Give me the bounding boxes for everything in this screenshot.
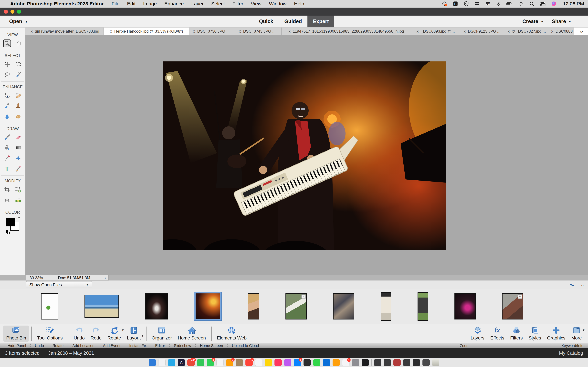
- mode-tab[interactable]: Quick: [253, 16, 279, 27]
- create-button[interactable]: Create ▾: [522, 18, 543, 25]
- dock-app-icon[interactable]: [284, 359, 291, 366]
- menu-bar-clock[interactable]: 12:06 PM: [563, 1, 584, 7]
- dock-app-icon[interactable]: A: [178, 359, 185, 366]
- sponge-tool[interactable]: [14, 113, 22, 120]
- dock-app-icon[interactable]: 1: [342, 359, 349, 366]
- dock-app-icon[interactable]: [323, 359, 330, 366]
- pencil-tool[interactable]: [14, 165, 22, 173]
- photo-bin-thumbnail[interactable]: [333, 293, 354, 319]
- photo-bin-thumbnail[interactable]: [248, 293, 259, 319]
- show-open-files-dropdown[interactable]: Show Open Files ▼: [26, 281, 92, 288]
- dock-app-icon[interactable]: [265, 359, 272, 366]
- dock-app-icon[interactable]: [313, 359, 320, 366]
- gradient-tool[interactable]: [14, 144, 22, 152]
- traffic-light-close-button[interactable]: [4, 10, 8, 14]
- traffic-light-minimize-button[interactable]: [10, 10, 14, 14]
- menu-item[interactable]: File: [112, 1, 120, 7]
- dock-app-icon[interactable]: [333, 359, 340, 366]
- menu-item[interactable]: Select: [211, 1, 225, 7]
- app-menu-title[interactable]: Adobe Photoshop Elements 2023 Editor: [10, 1, 104, 7]
- rectangular-marquee-tool[interactable]: [14, 60, 22, 68]
- dock-app-icon[interactable]: [352, 359, 359, 366]
- clone-stamp-tool[interactable]: [14, 102, 22, 110]
- organizer-bar-item[interactable]: Hide Panel: [3, 343, 30, 348]
- elements-web-button[interactable]: Elements Web: [214, 325, 250, 342]
- zoom-level-field[interactable]: 33.33%: [26, 275, 46, 281]
- window-switcher-icon[interactable]: ⌘: [485, 1, 491, 6]
- stack-icon[interactable]: [475, 1, 480, 6]
- swap-colors-icon[interactable]: [16, 217, 20, 222]
- organizer-button[interactable]: Organizer: [149, 325, 175, 342]
- menu-item[interactable]: View: [251, 1, 261, 7]
- document-tab[interactable]: x _DSC0393.jpg @...: [411, 27, 460, 35]
- spotlight-search-icon[interactable]: [529, 1, 535, 6]
- shield-icon[interactable]: [464, 1, 469, 6]
- styles-button[interactable]: Styles: [526, 325, 544, 342]
- document-tab[interactable]: x girl runway move after_DSC5783.jpg: [26, 27, 104, 35]
- more-button[interactable]: ▼ More: [568, 325, 585, 342]
- collapse-bin-icon[interactable]: ⌄: [581, 282, 584, 288]
- backblaze-icon[interactable]: B: [453, 1, 458, 6]
- document-tab[interactable]: x DSC0888: [550, 27, 574, 35]
- eyedropper-tool[interactable]: [3, 154, 11, 162]
- dock-app-icon[interactable]: [403, 359, 410, 366]
- menu-item[interactable]: Filter: [232, 1, 243, 7]
- organizer-bar-item[interactable]: Rotate: [48, 343, 68, 348]
- document-tab[interactable]: x 11947517_10153199006315983_22802930338…: [282, 27, 411, 35]
- menu-item[interactable]: Edit: [127, 1, 136, 7]
- status-chevron-button[interactable]: ›: [102, 275, 109, 281]
- menu-item[interactable]: Help: [294, 1, 304, 7]
- dock-app-icon[interactable]: [393, 359, 401, 366]
- spot-healing-brush-tool[interactable]: [14, 92, 22, 100]
- crop-tool[interactable]: [3, 186, 11, 193]
- dock-app-icon[interactable]: 5: [294, 359, 301, 366]
- close-tab-icon[interactable]: x: [416, 29, 418, 33]
- dock-app-icon[interactable]: [158, 359, 165, 366]
- dock-app-icon[interactable]: [255, 359, 262, 366]
- dock-app-icon[interactable]: 1: [245, 359, 253, 366]
- home-screen-button[interactable]: Home Screen: [175, 325, 209, 342]
- editor-canvas[interactable]: [26, 35, 588, 275]
- zoom-tool[interactable]: [3, 40, 11, 47]
- brush-tool[interactable]: [3, 133, 11, 141]
- mode-tab[interactable]: Guided: [279, 16, 307, 27]
- dock-app-icon[interactable]: [216, 359, 224, 366]
- bin-menu-icon[interactable]: ▾≡: [570, 282, 574, 287]
- lasso-tool[interactable]: [3, 71, 11, 79]
- document-tab[interactable]: x DSCF9123.JPG ...: [460, 27, 504, 35]
- menu-item[interactable]: Window: [269, 1, 287, 7]
- close-tab-icon[interactable]: x: [464, 29, 466, 33]
- photo-bin-thumbnail[interactable]: ✎: [285, 293, 307, 319]
- straighten-tool[interactable]: [14, 196, 22, 204]
- selection-brush-tool[interactable]: [14, 71, 22, 79]
- share-button[interactable]: Share ▾: [552, 18, 571, 25]
- document-tab[interactable]: x © _DSC7327.jpg ...: [504, 27, 550, 35]
- foreground-color-swatch[interactable]: [6, 217, 15, 226]
- red-eye-removal-tool[interactable]: [3, 92, 11, 100]
- layout-button[interactable]: ▼ Layout: [124, 325, 144, 342]
- dock-app-icon[interactable]: [236, 359, 243, 366]
- dock-app-icon[interactable]: [362, 359, 369, 366]
- tab-overflow-button[interactable]: ››: [574, 27, 588, 35]
- tool-options-button[interactable]: Tool Options: [34, 325, 66, 342]
- close-tab-icon[interactable]: x: [508, 29, 510, 33]
- smart-brush-tool[interactable]: [3, 102, 11, 110]
- dock-app-icon[interactable]: [168, 359, 175, 366]
- organizer-bar-item[interactable]: Undo: [30, 343, 48, 348]
- type-tool[interactable]: T: [3, 165, 11, 173]
- cookie-cutter-transform-tool[interactable]: ⚙: [14, 186, 22, 193]
- photo-bin-thumbnail[interactable]: [454, 293, 476, 319]
- photo-bin-thumbnail[interactable]: [85, 295, 119, 318]
- organizer-bar-item[interactable]: Instant Fix: [125, 343, 151, 348]
- close-tab-icon[interactable]: x: [110, 29, 112, 33]
- traffic-light-zoom-button[interactable]: [17, 10, 21, 14]
- close-tab-icon[interactable]: x: [31, 29, 33, 33]
- siri-icon[interactable]: [551, 1, 556, 6]
- photo-bin-thumbnail[interactable]: ✎: [502, 293, 523, 319]
- filters-button[interactable]: Filters: [507, 325, 526, 342]
- photo-bin-thumbnail[interactable]: [417, 292, 428, 321]
- organizer-bar-item[interactable]: Editor: [151, 343, 169, 348]
- close-tab-icon[interactable]: x: [289, 29, 291, 33]
- menu-item[interactable]: Image: [143, 1, 157, 7]
- undo-button[interactable]: Undo: [71, 325, 88, 342]
